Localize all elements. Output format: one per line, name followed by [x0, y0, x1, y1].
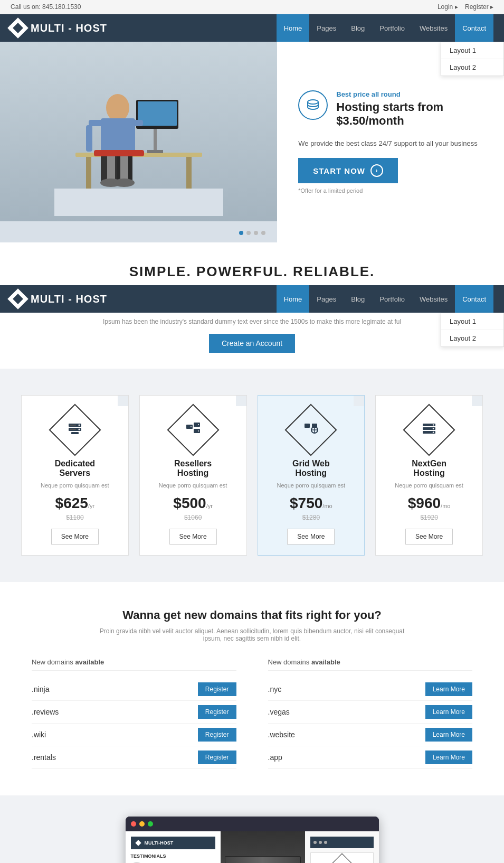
nav2-portfolio[interactable]: Portfolio [372, 285, 412, 313]
testimonials-label: TESTIMONIALS [131, 853, 215, 859]
top-bar: Call us on: 845.180.1530 Login ▸ Registe… [0, 0, 504, 14]
learn-more-nyc-btn[interactable]: Learn More [425, 682, 472, 696]
card-dedicated: DedicatedServers Neque porro quisquam es… [21, 395, 129, 556]
see-more-btn-4[interactable]: See More [405, 529, 453, 545]
server-room [221, 831, 305, 863]
nav2-home[interactable]: Home [277, 285, 310, 313]
domains-section: Wanna get new domains that fits right fo… [0, 582, 504, 795]
account-section: Ipsum has been the industry's standard d… [0, 313, 504, 369]
account-desc: Ipsum has been the industry's standard d… [94, 318, 411, 325]
see-more-btn-1[interactable]: See More [51, 529, 99, 545]
nav2-blog[interactable]: Blog [344, 285, 372, 313]
domains-grid: New domains available .ninja Register .r… [32, 658, 472, 769]
server-icon-1 [67, 420, 83, 439]
left-col-header: New domains available [32, 658, 236, 671]
register-reviews-btn[interactable]: Register [198, 705, 236, 719]
card-title-3: Grid WebHosting [269, 459, 354, 478]
nav2-contact[interactable]: Contact [455, 285, 493, 313]
svg-rect-9 [89, 120, 104, 126]
card-grid: Grid WebHosting Neque porro quisquam est… [258, 395, 365, 556]
card-amount-4: $960 [408, 495, 441, 511]
nav2-dropdown: Layout 1 Layout 2 [441, 313, 504, 347]
dropdown2-layout2[interactable]: Layout 2 [441, 330, 503, 346]
window-max-btn[interactable] [148, 821, 153, 827]
logo-diamond [7, 17, 28, 39]
dot-3[interactable] [254, 231, 258, 235]
promo-center: The best for your business PREMIUM HOSTI… [221, 831, 305, 863]
logo-text2: MULTI - HOST [31, 293, 107, 305]
create-account-button[interactable]: Create an Account [209, 334, 295, 353]
dropdown-layout1[interactable]: Layout 1 [441, 42, 503, 59]
card-old-2: $1060 [150, 514, 236, 521]
register-wiki-btn[interactable]: Register [198, 728, 236, 742]
domain-row-rentals: .rentals Register [32, 746, 236, 769]
promo-card-diamond: 🖥 [328, 853, 355, 863]
window-close-btn[interactable] [131, 821, 136, 827]
register-link[interactable]: Register ▸ [465, 3, 493, 11]
offer-text: *Offer for a limited period [298, 187, 483, 194]
hero-subtitle: We provide the best class 24/7 support t… [298, 138, 483, 149]
card-desc-3: Neque porro quisquam est [269, 482, 354, 489]
hero-photo [0, 42, 277, 242]
hero-image [0, 42, 277, 242]
domain-website: .website [268, 730, 295, 739]
card-corner-2 [236, 396, 246, 406]
nav-portfolio[interactable]: Portfolio [372, 14, 412, 42]
card-period-3: /mo [322, 503, 332, 509]
promo-content: MULTI-HOST TESTIMONIALS Kate Borowe... L… [126, 831, 379, 863]
domain-vegas: .vegas [268, 708, 290, 716]
domains-subtitle: Proin gravida nibh vel velit auctor aliq… [94, 627, 411, 642]
hero-section: Best price all round Hosting starts from… [0, 42, 504, 242]
nav2-pages[interactable]: Pages [309, 285, 344, 313]
see-more-btn-3[interactable]: See More [287, 529, 335, 545]
card-price-3: $750/mo [269, 495, 354, 512]
nav-home[interactable]: Home [277, 14, 310, 42]
dot-2[interactable] [246, 231, 251, 235]
svg-rect-45 [135, 840, 141, 846]
learn-more-app-btn[interactable]: Learn More [425, 751, 472, 764]
nav-blog[interactable]: Blog [344, 14, 372, 42]
card-amount-2: $500 [173, 495, 206, 511]
card-icon-diamond-1 [49, 404, 101, 456]
hero-title: Hosting starts from $3.50/month [336, 100, 483, 128]
register-ninja-btn[interactable]: Register [198, 682, 236, 696]
arrow-icon: › [370, 164, 383, 177]
nav-websites[interactable]: Websites [412, 14, 455, 42]
right-col-header: New domains available [268, 658, 473, 671]
domain-reviews: .reviews [32, 708, 59, 716]
card-price-4: $960/mo [386, 495, 472, 512]
promo-card-mini: 🖥 Domain Promos Promos $960 $1920 See Mo… [310, 852, 374, 863]
resellers-svg [185, 420, 201, 436]
nav-links: Home Pages Blog Portfolio Websites Conta… [277, 14, 493, 42]
domain-wiki: .wiki [32, 730, 46, 739]
top-bar-right: Login ▸ Register ▸ [432, 3, 493, 11]
window-min-btn[interactable] [139, 821, 145, 827]
card-corner-3 [354, 396, 364, 406]
card-period-2: /yr [206, 503, 213, 509]
login-link[interactable]: Login ▸ [438, 3, 458, 11]
domain-ninja: .ninja [32, 685, 49, 693]
dot-1[interactable] [239, 231, 243, 235]
start-now-button[interactable]: START NOW › [298, 158, 398, 183]
dot-4[interactable] [261, 231, 265, 235]
card-resellers: ResellersHosting Neque porro quisquam es… [139, 395, 247, 556]
svg-rect-2 [186, 157, 192, 189]
nav2-websites[interactable]: Websites [412, 285, 455, 313]
person-svg [54, 68, 223, 216]
domains-left-col: New domains available .ninja Register .r… [32, 658, 236, 769]
logo-diamond-inner [13, 23, 23, 33]
card-amount-3: $750 [290, 495, 322, 511]
svg-rect-26 [70, 429, 76, 430]
nav-pages[interactable]: Pages [309, 14, 344, 42]
domain-row-ninja: .ninja Register [32, 678, 236, 701]
register-rentals-btn[interactable]: Register [198, 751, 236, 764]
card-icon-diamond-4 [403, 404, 455, 456]
card-desc-4: Neque porro quisquam est [386, 482, 472, 489]
nav-contact[interactable]: Contact [455, 14, 493, 42]
dropdown-layout2[interactable]: Layout 2 [441, 59, 503, 76]
learn-more-vegas-btn[interactable]: Learn More [425, 705, 472, 719]
see-more-btn-2[interactable]: See More [169, 529, 217, 545]
dropdown2-layout1[interactable]: Layout 1 [441, 313, 503, 330]
hero-text-block: Best price all round Hosting starts from… [336, 90, 483, 133]
learn-more-website-btn[interactable]: Learn More [425, 728, 472, 742]
